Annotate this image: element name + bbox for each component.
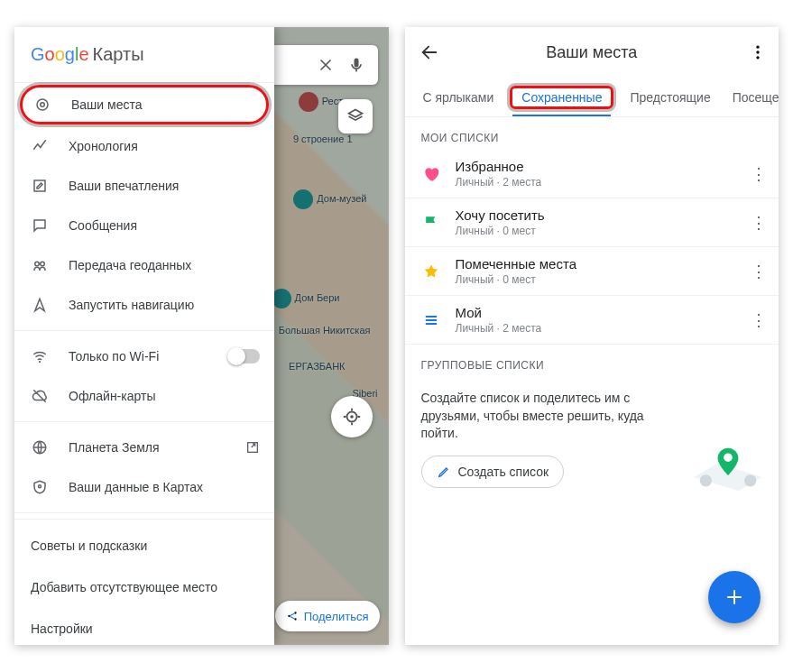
drawer-item-timeline[interactable]: Хронология (14, 126, 274, 166)
drawer-item-label: Ваши места (71, 97, 143, 112)
saved-list-row[interactable]: Хочу посетитьЛичный · 0 мест⋮ (405, 198, 779, 247)
drawer-item-label: Сообщения (69, 218, 137, 233)
create-list-label: Создать список (458, 465, 549, 479)
create-list-button[interactable]: Создать список (421, 456, 565, 488)
wifi-only-toggle[interactable] (229, 349, 260, 364)
tab-2[interactable]: Предстоящие (624, 87, 715, 108)
svg-rect-0 (354, 59, 358, 68)
svg-point-7 (41, 103, 45, 107)
drawer-footer-item[interactable]: Настройки (14, 608, 274, 645)
section-group-lists: ГРУППОВЫЕ СПИСКИ (405, 345, 779, 377)
divider (14, 512, 274, 513)
logo-google-maps: GoogleКарты (31, 44, 144, 65)
drawer-item-shield[interactable]: Ваши данные в Картах (14, 467, 274, 507)
divider (14, 519, 274, 520)
saved-list-row[interactable]: МойЛичный · 2 места⋮ (405, 296, 779, 345)
drawer-item-edit-note[interactable]: Ваши впечатления (14, 166, 274, 206)
group-hint-text: Создайте список и поделитесь им с друзья… (421, 390, 656, 443)
list-name: Избранное (456, 159, 729, 174)
heart-icon (421, 165, 441, 183)
pencil-icon (437, 465, 451, 479)
section-my-lists: МОИ СПИСКИ (405, 117, 779, 150)
svg-point-21 (744, 474, 756, 486)
svg-point-4 (294, 612, 296, 613)
list-more-button[interactable]: ⋮ (742, 262, 775, 281)
divider (14, 421, 274, 422)
group-lists-empty: Создайте список и поделитесь им с друзья… (405, 377, 779, 501)
page-title: Ваши места (405, 43, 779, 62)
nav-arrow-icon (31, 296, 49, 314)
drawer-item-chat[interactable]: Сообщения (14, 206, 274, 245)
drawer-item-location-share[interactable]: Передача геоданных (14, 245, 274, 285)
drawer-item-label: Офлайн-карты (69, 389, 155, 403)
list-icon (421, 313, 441, 327)
tabs-bar: С ярлыкамиСохраненныеПредстоящиеПосещенн… (405, 78, 779, 117)
list-meta: Личный · 0 мест (456, 273, 729, 286)
locate-me-button[interactable] (331, 396, 373, 437)
drawer-item-label: Только по Wi-Fi (69, 349, 159, 364)
svg-point-17 (756, 56, 759, 59)
drawer-item-nav-arrow[interactable]: Запустить навигацию (14, 285, 274, 325)
launch-icon (245, 440, 260, 455)
list-name: Хочу посетить (456, 207, 729, 223)
drawer-item-cloud-off[interactable]: Офлайн-карты (14, 376, 274, 416)
list-meta: Личный · 2 места (456, 322, 729, 335)
drawer-footer-item[interactable]: Советы и подсказки (14, 525, 274, 566)
svg-point-6 (37, 99, 48, 110)
cloud-off-icon (31, 387, 49, 405)
device-right: Ваши места С ярлыкамиСохраненныеПредстоя… (405, 27, 779, 645)
svg-point-2 (350, 415, 354, 419)
list-meta: Личный · 0 мест (456, 225, 729, 237)
tab-1[interactable]: Сохраненные (510, 86, 613, 109)
tab-3[interactable]: Посещенные (727, 87, 779, 108)
svg-point-11 (39, 361, 41, 363)
drawer-item-label: Хронология (69, 139, 138, 153)
divider (14, 330, 274, 331)
list-meta: Личный · 2 места (456, 176, 729, 189)
list-more-button[interactable]: ⋮ (742, 310, 775, 330)
layers-button[interactable] (338, 99, 373, 133)
mic-icon[interactable] (347, 56, 365, 74)
device-left: Ресторан 9 строение 1 Дом Бери Большая Н… (14, 27, 389, 645)
share-chip[interactable]: Поделиться (275, 601, 380, 631)
svg-point-15 (756, 46, 759, 49)
drawer-item-label: Передача геоданных (69, 258, 191, 272)
svg-point-16 (756, 51, 759, 53)
close-icon[interactable] (317, 56, 335, 74)
drawer-header: GoogleКарты (14, 27, 274, 83)
timeline-icon (31, 137, 49, 155)
list-more-button[interactable]: ⋮ (742, 213, 775, 233)
wifi-icon (31, 347, 49, 365)
drawer-item-wifi[interactable]: Только по Wi-Fi (14, 336, 274, 376)
fab-new-list[interactable] (708, 571, 761, 623)
svg-rect-8 (34, 180, 45, 191)
edit-note-icon (31, 177, 49, 195)
flag-icon (421, 214, 441, 232)
drawer-item-label: Ваши впечатления (69, 179, 179, 193)
svg-point-19 (724, 453, 732, 461)
drawer-item-globe[interactable]: Планета Земля (14, 428, 274, 467)
tab-0[interactable]: С ярлыками (418, 87, 500, 108)
svg-point-5 (294, 618, 296, 620)
saved-list-row[interactable]: Помеченные местаЛичный · 0 мест⋮ (405, 247, 779, 296)
pin-outline-icon (33, 96, 51, 114)
drawer-footer-item[interactable]: Добавить отсутствующее место (14, 566, 274, 608)
svg-point-14 (39, 485, 41, 488)
drawer-item-label: Запустить навигацию (69, 298, 194, 312)
location-share-icon (31, 256, 49, 274)
shield-icon (31, 478, 49, 496)
drawer-item-label: Ваши данные в Картах (69, 480, 203, 494)
svg-point-9 (35, 262, 40, 266)
saved-list-row[interactable]: ИзбранноеЛичный · 2 места⋮ (405, 150, 779, 198)
more-options-button[interactable] (742, 37, 773, 68)
share-chip-label: Поделиться (304, 610, 369, 623)
list-name: Помеченные места (456, 256, 729, 272)
drawer-item-label: Планета Земля (69, 440, 160, 455)
star-icon (421, 262, 441, 281)
list-name: Мой (456, 305, 729, 320)
svg-point-20 (700, 474, 712, 486)
list-more-button[interactable]: ⋮ (742, 164, 775, 184)
shared-list-illustration (694, 443, 762, 493)
svg-point-10 (41, 262, 45, 266)
drawer-item-pin-outline[interactable]: Ваши места (20, 85, 269, 124)
